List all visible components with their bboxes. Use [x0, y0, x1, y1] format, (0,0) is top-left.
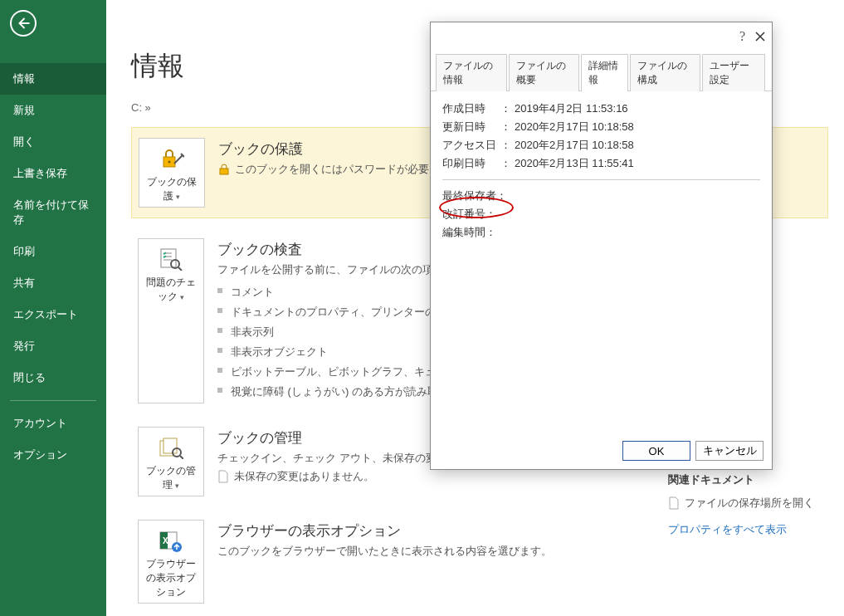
dlg-label: 最終保存者： [442, 188, 507, 203]
dlg-label: 改訂番号： [442, 207, 496, 222]
dialog-titlebar: ? [431, 22, 772, 51]
manage-fileline: 未保存の変更はありません。 [234, 469, 374, 484]
protect-note: このブックを開くにはパスワードが必要です。 [235, 162, 461, 177]
sidebar-item-open[interactable]: 開く [0, 126, 106, 158]
sidebar-item-print[interactable]: 印刷 [0, 236, 106, 267]
dialog-separator [442, 179, 760, 180]
svg-rect-2 [220, 169, 228, 174]
open-file-location[interactable]: ファイルの保存場所を開く [668, 492, 834, 514]
dialog-body: 作成日時：2019年4月2日 11:53:16 更新日時：2020年2月17日 … [431, 91, 772, 250]
tab-user-settings[interactable]: ユーザー設定 [702, 54, 765, 91]
sidebar-item-close[interactable]: 閉じる [0, 362, 106, 394]
cancel-button[interactable]: キャンセル [695, 441, 764, 461]
back-button[interactable] [10, 10, 37, 37]
sidebar-item-new[interactable]: 新規 [0, 95, 106, 126]
document-icon [668, 496, 680, 510]
tab-file-info[interactable]: ファイルの情報 [436, 54, 507, 91]
inspect-tile[interactable]: 問題のチェック [138, 238, 204, 403]
sidebar: 情報 新規 開く 上書き保存 名前を付けて保存 印刷 共有 エクスポート 発行 … [0, 46, 106, 616]
manage-tile-label: ブックの管理 [142, 464, 200, 492]
properties-dialog: ? ファイルの情報 ファイルの概要 詳細情報 ファイルの構成 ユーザー設定 作成… [430, 22, 773, 470]
dlg-label: 更新日時 [442, 120, 497, 134]
dlg-label: アクセス日 [442, 138, 497, 153]
dialog-tabs: ファイルの情報 ファイルの概要 詳細情報 ファイルの構成 ユーザー設定 [431, 54, 772, 91]
dialog-help-button[interactable]: ? [739, 29, 745, 44]
protect-tile-label: ブックの保護 [143, 175, 201, 203]
sidebar-item-share[interactable]: 共有 [0, 267, 106, 299]
sidebar-item-saveas[interactable]: 名前を付けて保存 [0, 189, 106, 236]
sidebar-item-save[interactable]: 上書き保存 [0, 158, 106, 189]
svg-rect-3 [161, 249, 176, 267]
sidebar-item-export[interactable]: エクスポート [0, 299, 106, 330]
close-icon [755, 32, 765, 42]
excel-upload-icon: X [159, 529, 183, 552]
inspect-tile-label: 問題のチェック [142, 276, 200, 304]
back-arrow-icon [16, 16, 31, 31]
dlg-value: 2019年4月2日 11:53:16 [515, 101, 628, 116]
sidebar-item-account[interactable]: アカウント [0, 408, 106, 439]
svg-rect-6 [163, 438, 177, 453]
sidebar-item-options[interactable]: オプション [0, 439, 106, 471]
dlg-value: 2020年2月17日 10:18:58 [515, 120, 634, 134]
sidebar-item-info[interactable]: 情報 [0, 63, 106, 95]
browser-tile[interactable]: X ブラウザーの表示オプション [138, 520, 204, 604]
versions-icon [159, 436, 183, 459]
tab-file-contents[interactable]: ファイルの構成 [630, 54, 701, 91]
svg-point-1 [168, 161, 171, 164]
small-lock-icon [218, 164, 230, 175]
dlg-label: 編集時間： [442, 225, 496, 240]
browser-tile-label: ブラウザーの表示オプション [142, 557, 200, 599]
show-all-properties-link[interactable]: プロパティをすべて表示 [668, 522, 834, 537]
document-icon [217, 470, 229, 483]
dlg-label: 作成日時 [442, 101, 497, 116]
checklist-magnifier-icon [159, 247, 183, 271]
browser-note: このブックをブラウザーで開いたときに表示される内容を選びます。 [217, 544, 834, 559]
ok-button[interactable]: OK [622, 441, 690, 461]
sidebar-item-publish[interactable]: 発行 [0, 330, 106, 362]
dialog-buttons: OK キャンセル [622, 441, 764, 461]
dlg-label: 印刷日時 [442, 156, 497, 171]
svg-text:X: X [163, 536, 168, 545]
dlg-value: 2020年2月13日 11:55:41 [515, 156, 634, 171]
dialog-close-button[interactable] [755, 32, 765, 42]
lock-icon [159, 147, 184, 170]
sidebar-separator [10, 400, 96, 401]
protect-tile[interactable]: ブックの保護 [139, 138, 205, 208]
tab-statistics[interactable]: 詳細情報 [581, 54, 628, 91]
manage-tile[interactable]: ブックの管理 [138, 427, 204, 496]
dlg-value: 2020年2月17日 10:18:58 [515, 138, 634, 153]
tab-file-summary[interactable]: ファイルの概要 [509, 54, 580, 91]
related-docs-heading: 関連ドキュメント [668, 472, 834, 487]
